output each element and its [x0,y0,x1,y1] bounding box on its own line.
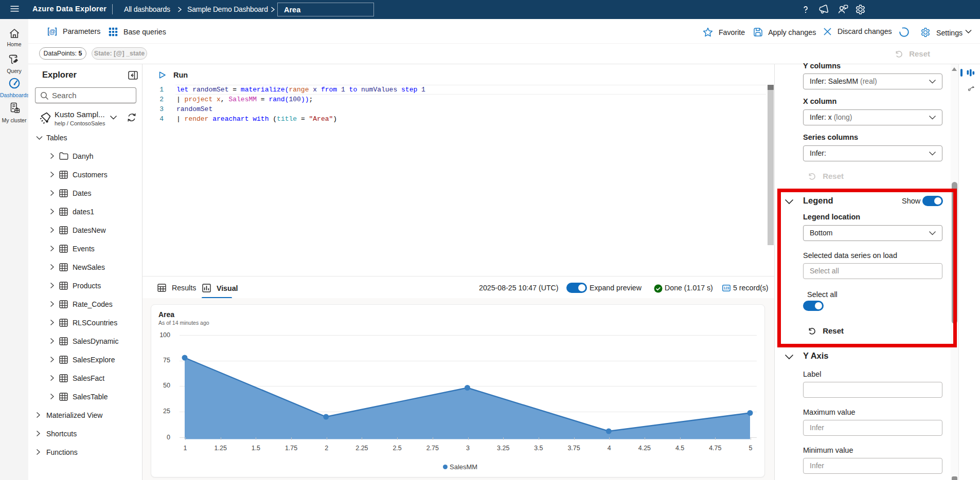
svg-text:123: 123 [724,286,729,290]
svg-text:@: @ [49,28,56,35]
